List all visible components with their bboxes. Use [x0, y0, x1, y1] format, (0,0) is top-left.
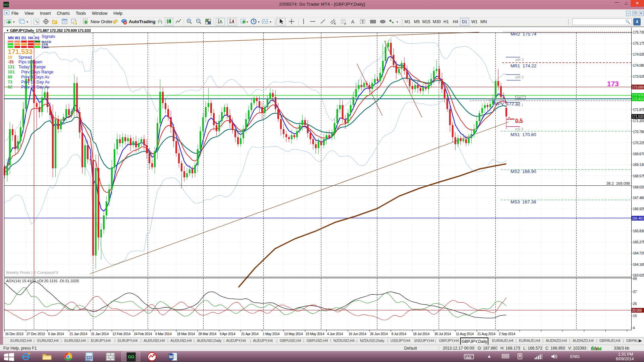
svg-text:13 May 2014: 13 May 2014 — [284, 332, 303, 336]
svg-text:174.080: 174.080 — [633, 64, 644, 67]
svg-text:8 Jul 2014: 8 Jul 2014 — [391, 332, 407, 336]
svg-text:▼: ▼ — [6, 29, 9, 32]
svg-text:165.275: 165.275 — [633, 240, 644, 244]
svg-text:18 Mar 2014: 18 Mar 2014 — [177, 332, 195, 336]
svg-text:26 Jun 2014: 26 Jun 2014 — [370, 332, 388, 336]
svg-text:174.635: 174.635 — [633, 53, 644, 56]
svg-text:MS3 167.38: MS3 167.38 — [511, 199, 536, 204]
svg-text:172.413: 172.413 — [632, 97, 644, 101]
svg-text:101: 101 — [8, 70, 15, 74]
svg-text:9 Apr 2014: 9 Apr 2014 — [220, 332, 235, 336]
svg-text:171.875: 171.875 — [633, 108, 644, 112]
svg-text:171.533: 171.533 — [632, 115, 644, 118]
svg-text:173.000: 173.000 — [632, 85, 644, 89]
svg-text:11 Aug 2014: 11 Aug 2014 — [456, 332, 474, 336]
svg-text:M15: M15 — [422, 19, 430, 24]
svg-text:171.533: 171.533 — [8, 48, 33, 55]
svg-text:-35: -35 — [8, 60, 14, 64]
svg-text:MS2 168.90: MS2 168.90 — [511, 169, 536, 174]
svg-text:4: 4 — [633, 326, 635, 330]
svg-text:10: 10 — [8, 55, 12, 60]
svg-text:2 Sep 2014: 2 Sep 2014 — [499, 332, 516, 336]
svg-text:168.575: 168.575 — [633, 174, 644, 178]
svg-text:164.165: 164.165 — [633, 263, 644, 266]
svg-text:E: E — [334, 22, 336, 25]
svg-text:16 Jun 2014: 16 Jun 2014 — [348, 332, 366, 336]
svg-text:W: W — [169, 354, 173, 359]
svg-text:4 Jun 2014: 4 Jun 2014 — [327, 332, 343, 336]
svg-text:164.720: 164.720 — [633, 251, 644, 255]
svg-text:W1: W1 — [15, 36, 20, 40]
svg-text:30 Jul 2014: 30 Jul 2014 — [434, 332, 451, 336]
svg-text:Signals: Signals — [42, 34, 55, 39]
svg-text:9 Jan 2014: 9 Jan 2014 — [48, 332, 64, 336]
svg-text:Spread: Spread — [18, 55, 32, 60]
svg-text:Prev 10 Day Av: Prev 10 Day Av — [21, 80, 50, 84]
svg-text:T: T — [362, 20, 364, 24]
svg-text:171.320: 171.320 — [633, 119, 644, 123]
svg-text:H4: H4 — [28, 36, 33, 40]
svg-text:MN: MN — [480, 19, 487, 24]
svg-text:131: 131 — [8, 65, 15, 69]
svg-text:M1: M1 — [405, 19, 410, 24]
svg-text:ADX(14) 15.4102 +DI:20.1191 -D: ADX(14) 15.4102 +DI:20.1191 -DI:31.3326 — [6, 279, 79, 283]
svg-text:24 Feb 2014: 24 Feb 2014 — [134, 332, 152, 336]
svg-text:Today's Range: Today's Range — [18, 65, 46, 69]
svg-text:Pips to Open: Pips to Open — [18, 60, 42, 64]
svg-text:38.2 168.098: 38.2 168.098 — [606, 181, 630, 185]
svg-text:MS1 170.80: MS1 170.80 — [511, 132, 536, 137]
svg-text:167.480: 167.480 — [633, 196, 644, 200]
svg-text:F: F — [344, 22, 346, 25]
svg-text:GBPJPY,Daily 171.887 172.252: GBPJPY,Daily 171.887 172.252 170.939 171… — [10, 28, 91, 33]
svg-text:170.225: 170.225 — [633, 141, 644, 145]
svg-text:Prev Days Range: Prev Days Range — [21, 70, 54, 74]
svg-text:27 Dec 2013: 27 Dec 2013 — [26, 332, 45, 336]
svg-text:20.000: 20.000 — [632, 309, 642, 312]
svg-text:M5: M5 — [414, 19, 420, 24]
svg-text:49: 49 — [633, 277, 637, 281]
svg-text:wS 1: wS 1 — [515, 103, 523, 107]
svg-text:170.780: 170.780 — [633, 130, 644, 134]
svg-text:M30: M30 — [433, 19, 441, 24]
svg-text:MR2 175.74: MR2 175.74 — [511, 32, 537, 37]
svg-text:WP 1: WP 1 — [517, 97, 524, 100]
svg-text:173.525: 173.525 — [633, 75, 644, 78]
svg-text:AutoTrading: AutoTrading — [129, 19, 156, 24]
svg-text:31 Jan 2014: 31 Jan 2014 — [91, 332, 109, 336]
svg-text:Weekly Pivots | © CompassFX: Weekly Pivots | © CompassFX — [6, 270, 59, 275]
svg-text:wR 2: wR 2 — [515, 75, 524, 79]
svg-text:Prev 30 Day Av: Prev 30 Day Av — [21, 85, 50, 89]
svg-text:175.175: 175.175 — [633, 42, 644, 45]
svg-text:H4: H4 — [453, 19, 458, 24]
svg-text:16 Dec 2013: 16 Dec 2013 — [5, 332, 23, 336]
svg-text:26: 26 — [633, 302, 637, 306]
svg-text:28 Mar 2014: 28 Mar 2014 — [198, 332, 217, 336]
svg-text:wR 3: wR 3 — [515, 58, 524, 62]
svg-text:165.830: 165.830 — [633, 229, 644, 233]
svg-text:166.925: 166.925 — [633, 207, 644, 211]
svg-text:D1: D1 — [21, 36, 26, 40]
svg-text:168.020: 168.020 — [633, 185, 644, 189]
svg-text:18 Jul 2014: 18 Jul 2014 — [413, 332, 430, 336]
svg-text:169.670: 169.670 — [633, 152, 644, 156]
svg-text:MN: MN — [8, 36, 14, 40]
svg-text:★: ★ — [55, 21, 58, 24]
svg-text:12 Feb 2014: 12 Feb 2014 — [112, 332, 131, 336]
svg-text:21 Apr 2014: 21 Apr 2014 — [241, 332, 259, 336]
svg-text:21 Aug 2014: 21 Aug 2014 — [477, 332, 496, 336]
svg-text:New Order: New Order — [91, 19, 113, 24]
svg-text:H1: H1 — [443, 19, 449, 24]
svg-text:H1: H1 — [35, 36, 40, 40]
svg-text:1 May 2014: 1 May 2014 — [263, 332, 280, 336]
svg-text:A: A — [351, 19, 355, 24]
svg-text:0.5: 0.5 — [515, 118, 523, 124]
svg-text:W1: W1 — [471, 19, 478, 24]
svg-text:173: 173 — [607, 80, 619, 87]
svg-text:MR1 174.22: MR1 174.22 — [511, 63, 536, 68]
svg-text:175.730: 175.730 — [633, 31, 644, 34]
svg-text:Prev 5 Days Av: Prev 5 Days Av — [21, 75, 50, 79]
svg-text:EMA: EMA — [42, 45, 49, 49]
svg-text:02: 02 — [8, 85, 12, 89]
svg-text:89: 89 — [8, 75, 12, 79]
svg-text:23 May 2014: 23 May 2014 — [306, 332, 324, 336]
